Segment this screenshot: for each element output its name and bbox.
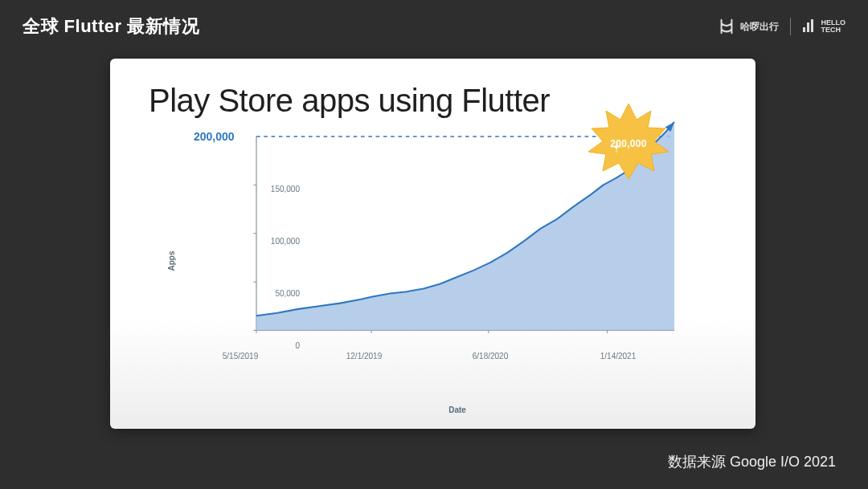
svg-rect-0 xyxy=(803,27,805,32)
xtick-0: 5/15/2019 xyxy=(223,352,259,361)
logo-group: 哈啰出行 HELLO TECH xyxy=(718,18,846,35)
y-axis-label: Apps xyxy=(167,251,176,271)
chart-card: Play Store apps using Flutter Apps Date … xyxy=(110,59,755,429)
chart-title: Play Store apps using Flutter xyxy=(149,83,720,119)
threshold-label: 200,000 xyxy=(194,130,235,143)
xtick-3: 1/14/2021 xyxy=(600,352,637,361)
svg-rect-2 xyxy=(811,19,813,32)
logo-hello-chuxing: 哈啰出行 xyxy=(718,18,779,35)
logo-divider xyxy=(790,18,791,35)
logo-hello-tech: HELLO TECH xyxy=(802,19,846,34)
logo-hello-text: 哈啰出行 xyxy=(740,20,779,34)
logo-tech-line2: TECH xyxy=(821,26,846,34)
chart-plot xyxy=(240,137,690,345)
slide-header-title: 全球 Flutter 最新情况 xyxy=(23,14,199,39)
hello-h-icon xyxy=(718,18,735,35)
slide-header: 全球 Flutter 最新情况 哈啰出行 HELLO TECH xyxy=(0,0,868,39)
area-fill xyxy=(256,122,674,331)
svg-rect-1 xyxy=(807,22,809,32)
x-axis-label: Date xyxy=(448,405,466,414)
bars-icon xyxy=(802,19,817,34)
xtick-2: 6/18/2020 xyxy=(473,352,509,361)
xtick-1: 12/1/2019 xyxy=(346,352,383,361)
footer-source: 数据来源 Google I/O 2021 xyxy=(668,452,836,471)
chart-area: Apps Date 200,000 150,000 100,000 50,000… xyxy=(200,137,714,385)
